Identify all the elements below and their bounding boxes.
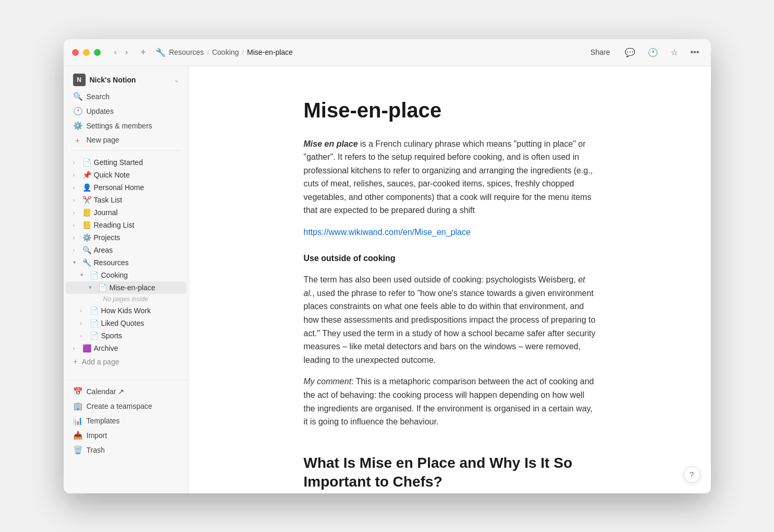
projects-label: Projects xyxy=(94,233,121,242)
settings-icon: ⚙️ xyxy=(73,121,82,131)
content-body: Mise en place is a French culinary phras… xyxy=(304,137,596,493)
resources-icon: 🔧 xyxy=(82,258,92,267)
breadcrumb-resources[interactable]: Resources xyxy=(169,48,204,56)
maximize-button[interactable] xyxy=(94,49,101,56)
sidebar-item-task-list[interactable]: › ✂️ Task List xyxy=(66,194,186,206)
nav-tree: › 📄 Getting Started › 📌 Quick Note › 👤 xyxy=(64,154,188,371)
sidebar-item-quick-note[interactable]: › 📌 Quick Note xyxy=(66,169,186,181)
sidebar-item-areas[interactable]: › 🔍 Areas xyxy=(66,244,186,256)
cooking-label: Cooking xyxy=(101,271,128,279)
star-button[interactable]: ☆ xyxy=(668,45,681,60)
sidebar-divider xyxy=(71,150,181,151)
section1-heading: Use outside of cooking xyxy=(304,252,596,265)
add-page-button[interactable]: + Add a page xyxy=(66,354,186,369)
workspace-chevron: ⌄ xyxy=(174,76,179,84)
sidebar-item-projects[interactable]: › ⚙️ Projects xyxy=(66,231,186,244)
more-button[interactable]: ••• xyxy=(687,45,702,59)
sidebar-item-personal-home[interactable]: › 👤 Personal Home xyxy=(66,181,186,194)
sidebar-item-updates[interactable]: 🕐 Updates xyxy=(66,104,186,119)
traffic-lights xyxy=(72,49,101,56)
sidebar-item-calendar[interactable]: 📅 Calendar ↗ xyxy=(66,384,186,399)
section1-paragraph: The term has also been used outside of c… xyxy=(304,273,596,367)
titlebar-actions: Share 💬 🕐 ☆ ••• xyxy=(585,45,702,60)
intro-text: is a French culinary phrase which means … xyxy=(304,139,593,215)
liked-quotes-label: Liked Quotes xyxy=(101,319,145,327)
content-area: Mise-en-place Mise en place is a French … xyxy=(189,66,711,493)
wiki-link[interactable]: https://www.wikiwand.com/en/Mise_en_plac… xyxy=(304,228,471,237)
titlebar: ‹ › + 🔧 Resources / Cooking / Mise-en-pl… xyxy=(64,39,711,66)
sidebar-item-create-teamspace[interactable]: 🏢 Create a teamspace xyxy=(66,399,186,413)
share-button[interactable]: Share xyxy=(585,46,615,58)
getting-started-icon: 📄 xyxy=(82,158,92,167)
task-list-icon: ✂️ xyxy=(82,196,92,204)
sidebar-item-reading-list[interactable]: › 📒 Reading List xyxy=(66,219,186,231)
mise-icon: 📄 xyxy=(98,283,108,292)
sidebar-item-liked-quotes[interactable]: › 📄 Liked Quotes xyxy=(66,317,186,329)
workspace-header[interactable]: N Nick's Notion ⌄ xyxy=(66,70,186,89)
projects-icon: ⚙️ xyxy=(82,233,92,242)
sidebar-item-import[interactable]: 📥 Import xyxy=(66,428,186,443)
comment-paragraph: My comment: This is a metaphoric compari… xyxy=(304,375,596,428)
sidebar-item-templates[interactable]: 📊 Templates xyxy=(66,413,186,428)
quick-note-label: Quick Note xyxy=(94,171,130,179)
updates-icon: 🕐 xyxy=(73,107,82,116)
areas-label: Areas xyxy=(94,246,113,254)
sidebar-item-mise-en-place[interactable]: ▾ 📄 Mise-en-place xyxy=(66,281,186,294)
content-inner: Mise-en-place Mise en place is a French … xyxy=(262,66,638,493)
search-icon: 🔍 xyxy=(73,92,82,101)
templates-icon: 📊 xyxy=(73,416,82,425)
sidebar-item-new-page[interactable]: + New page xyxy=(66,133,186,147)
nav-buttons: ‹ › xyxy=(111,45,132,59)
add-button[interactable]: + xyxy=(137,45,149,60)
star-icon: ☆ xyxy=(671,48,678,57)
templates-label: Templates xyxy=(87,417,120,425)
sidebar-item-cooking[interactable]: ▾ 📄 Cooking xyxy=(66,269,186,281)
teamspace-label: Create a teamspace xyxy=(87,402,152,410)
calendar-icon: 📅 xyxy=(73,387,82,396)
sidebar: N Nick's Notion ⌄ 🔍 Search 🕐 Updates xyxy=(64,66,189,493)
trash-icon: 🗑️ xyxy=(73,445,82,455)
workspace-icon: N xyxy=(73,74,86,86)
workspace-name: Nick's Notion xyxy=(90,76,170,84)
sidebar-item-resources[interactable]: ▾ 🔧 Resources xyxy=(66,256,186,269)
breadcrumb-cooking[interactable]: Cooking xyxy=(212,48,239,56)
main-layout: N Nick's Notion ⌄ 🔍 Search 🕐 Updates xyxy=(64,66,711,493)
sidebar-item-archive[interactable]: › 🟪 Archive xyxy=(66,342,186,354)
import-label: Import xyxy=(87,431,108,440)
teamspace-icon: 🏢 xyxy=(73,401,82,411)
close-button[interactable] xyxy=(72,49,79,56)
updates-label: Updates xyxy=(87,107,114,115)
sidebar-item-journal[interactable]: › 📒 Journal xyxy=(66,206,186,219)
sidebar-item-how-kids-work[interactable]: › 📄 How Kids Work xyxy=(66,304,186,317)
minimize-button[interactable] xyxy=(83,49,90,56)
trash-label: Trash xyxy=(87,446,105,454)
reading-list-icon: 📒 xyxy=(82,221,92,229)
help-button[interactable]: ? xyxy=(684,466,700,483)
sidebar-item-getting-started[interactable]: › 📄 Getting Started xyxy=(66,156,186,169)
sidebar-top: N Nick's Notion ⌄ 🔍 Search 🕐 Updates xyxy=(64,66,188,375)
sidebar-item-search[interactable]: 🔍 Search xyxy=(66,89,186,104)
app-window: ‹ › + 🔧 Resources / Cooking / Mise-en-pl… xyxy=(64,39,711,493)
archive-icon: 🟪 xyxy=(82,344,92,352)
intro-paragraph: Mise en place is a French culinary phras… xyxy=(304,137,596,218)
new-page-label: New page xyxy=(87,136,120,144)
comment-button[interactable]: 💬 xyxy=(622,45,638,60)
section1-text2: , used the phrase to refer to "how one's… xyxy=(304,289,596,364)
add-page-icon: + xyxy=(73,357,78,367)
journal-icon: 📒 xyxy=(82,208,92,217)
back-button[interactable]: ‹ xyxy=(111,45,120,59)
settings-label: Settings & members xyxy=(87,122,152,130)
history-button[interactable]: 🕐 xyxy=(645,45,661,60)
calendar-label: Calendar ↗ xyxy=(87,387,125,396)
history-icon: 🕐 xyxy=(648,48,658,57)
reading-list-label: Reading List xyxy=(94,221,135,229)
how-kids-work-icon: 📄 xyxy=(90,306,99,315)
forward-button[interactable]: › xyxy=(122,45,131,59)
cooking-icon: 📄 xyxy=(90,271,99,279)
sidebar-item-settings[interactable]: ⚙️ Settings & members xyxy=(66,119,186,133)
no-pages-label: No pages inside xyxy=(64,294,188,304)
sidebar-item-sports[interactable]: › 📄 Sports xyxy=(66,329,186,342)
sidebar-item-trash[interactable]: 🗑️ Trash xyxy=(66,443,186,457)
page-title: Mise-en-place xyxy=(304,98,596,123)
personal-home-label: Personal Home xyxy=(94,183,145,192)
